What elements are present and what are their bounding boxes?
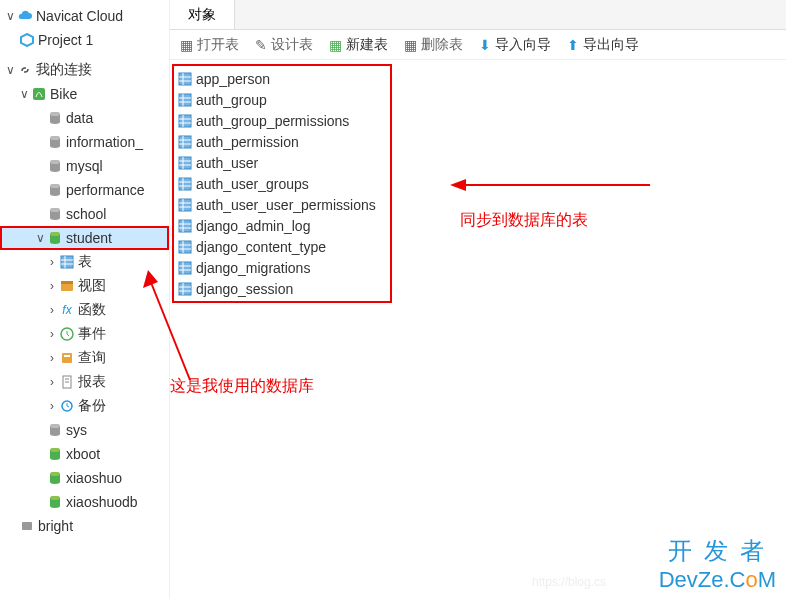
db-node-school[interactable]: school — [0, 202, 169, 226]
student-child-label: 查询 — [78, 349, 106, 367]
chevron-right-icon: › — [46, 351, 58, 365]
bike-label: Bike — [50, 86, 77, 102]
db-label: xiaoshuodb — [66, 494, 138, 510]
navicat-cloud-label: Navicat Cloud — [36, 8, 123, 24]
db-node-data[interactable]: data — [0, 106, 169, 130]
db-node-mysql[interactable]: mysql — [0, 154, 169, 178]
import-wizard-button[interactable]: ⬇导入向导 — [479, 36, 551, 54]
db-node-xboot[interactable]: xboot — [0, 442, 169, 466]
table-row[interactable]: auth_permission — [174, 131, 390, 152]
tab-objects[interactable]: 对象 — [170, 0, 235, 29]
database-icon — [46, 231, 64, 245]
export-icon: ⬆ — [567, 37, 579, 53]
table-row[interactable]: django_content_type — [174, 236, 390, 257]
backup-icon — [58, 399, 76, 413]
database-icon — [46, 495, 64, 509]
open-label: 打开表 — [197, 36, 239, 54]
svg-point-13 — [50, 232, 60, 236]
table-icon — [176, 219, 194, 233]
toolbar: ▦打开表 ✎设计表 ▦新建表 ▦删除表 ⬇导入向导 ⬆导出向导 — [170, 30, 786, 60]
table-list: app_personauth_groupauth_group_permissio… — [172, 64, 392, 303]
table-row[interactable]: app_person — [174, 68, 390, 89]
svg-rect-36 — [179, 73, 191, 85]
svg-rect-60 — [179, 199, 191, 211]
svg-rect-44 — [179, 115, 191, 127]
svg-rect-21 — [62, 353, 72, 363]
svg-rect-64 — [179, 220, 191, 232]
plus-icon: ▦ — [329, 37, 342, 53]
table-icon — [176, 72, 194, 86]
student-child-label: 视图 — [78, 277, 106, 295]
export-wizard-button[interactable]: ⬆导出向导 — [567, 36, 639, 54]
table-row[interactable]: django_admin_log — [174, 215, 390, 236]
db-node-xiaoshuodb[interactable]: xiaoshuodb — [0, 490, 169, 514]
student-db-node[interactable]: ∨ student — [0, 226, 169, 250]
import-icon: ⬇ — [479, 37, 491, 53]
navicat-cloud-node[interactable]: ∨ Navicat Cloud — [0, 4, 169, 28]
table-row[interactable]: auth_user_groups — [174, 173, 390, 194]
tab-objects-label: 对象 — [188, 6, 216, 22]
database-icon — [46, 423, 64, 437]
x-icon: ▦ — [404, 37, 417, 53]
new-table-button[interactable]: ▦新建表 — [329, 36, 388, 54]
db-label: mysql — [66, 158, 103, 174]
db-node-information_[interactable]: information_ — [0, 130, 169, 154]
svg-point-9 — [50, 184, 60, 188]
annotation-right: 同步到数据库的表 — [460, 210, 588, 231]
svg-point-32 — [50, 472, 60, 476]
table-row[interactable]: auth_user — [174, 152, 390, 173]
database-icon — [46, 135, 64, 149]
table-row[interactable]: auth_group — [174, 89, 390, 110]
db-label: school — [66, 206, 106, 222]
db-label: xiaoshuo — [66, 470, 122, 486]
table-name: app_person — [196, 71, 270, 87]
delete-table-button[interactable]: ▦删除表 — [404, 36, 463, 54]
export-label: 导出向导 — [583, 36, 639, 54]
table-name: django_session — [196, 281, 293, 297]
table-row[interactable]: django_migrations — [174, 257, 390, 278]
svg-rect-40 — [179, 94, 191, 106]
db-label: xboot — [66, 446, 100, 462]
chevron-right-icon: › — [46, 279, 58, 293]
table-name: django_content_type — [196, 239, 326, 255]
my-connections-node[interactable]: ∨ 我的连接 — [0, 58, 169, 82]
db-label: data — [66, 110, 93, 126]
table-icon — [176, 93, 194, 107]
open-table-button[interactable]: ▦打开表 — [180, 36, 239, 54]
table-row[interactable]: auth_group_permissions — [174, 110, 390, 131]
table-name: auth_user_user_permissions — [196, 197, 376, 213]
db-node-performance[interactable]: performance — [0, 178, 169, 202]
svg-rect-48 — [179, 136, 191, 148]
student-child-6[interactable]: ›备份 — [0, 394, 169, 418]
bright-connection-node[interactable]: bright — [0, 514, 169, 538]
watermark-cn: 开发者 — [659, 535, 776, 567]
svg-rect-14 — [61, 256, 73, 268]
db-node-sys[interactable]: sys — [0, 418, 169, 442]
table-name: auth_user_groups — [196, 176, 309, 192]
table-icon — [176, 156, 194, 170]
student-child-label: 函数 — [78, 301, 106, 319]
bike-connection-node[interactable]: ∨ Bike — [0, 82, 169, 106]
table-name: auth_user — [196, 155, 258, 171]
chevron-right-icon: › — [46, 375, 58, 389]
project1-node[interactable]: Project 1 — [0, 28, 169, 52]
mysql-icon — [30, 87, 48, 101]
svg-marker-0 — [21, 34, 33, 46]
database-icon — [46, 207, 64, 221]
chevron-right-icon: › — [46, 303, 58, 317]
table-row[interactable]: auth_user_user_permissions — [174, 194, 390, 215]
db-node-xiaoshuo[interactable]: xiaoshuo — [0, 466, 169, 490]
svg-rect-35 — [22, 522, 32, 530]
cloud-icon — [16, 8, 34, 24]
grid-icon — [58, 255, 76, 269]
table-row[interactable]: django_session — [174, 278, 390, 299]
design-table-button[interactable]: ✎设计表 — [255, 36, 313, 54]
database-icon — [46, 183, 64, 197]
report-icon — [58, 375, 76, 389]
student-child-label: 备份 — [78, 397, 106, 415]
server-icon — [18, 519, 36, 533]
table-icon — [176, 114, 194, 128]
clock-icon — [58, 327, 76, 341]
arrow-right-annotation — [450, 170, 650, 200]
svg-marker-83 — [143, 270, 158, 288]
